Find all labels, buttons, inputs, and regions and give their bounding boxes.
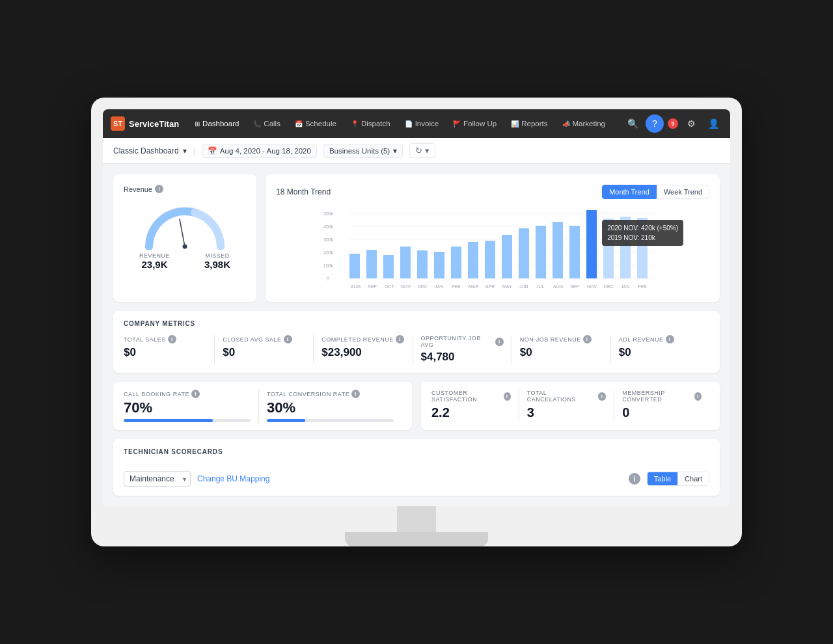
stand-base xyxy=(345,532,488,546)
calendar-icon: 📅 xyxy=(208,146,217,155)
invoice-icon: 📄 xyxy=(405,120,413,127)
total-cancellations: TOTAL CANCELATIONS i 3 xyxy=(519,390,615,422)
membership-label: MEMBERSHIP CONVERTED i xyxy=(622,390,702,403)
monitor-stand xyxy=(345,506,488,546)
view-chart-button[interactable]: Chart xyxy=(677,472,709,485)
metric-label-completed-revenue: COMPLETED REVENUE i xyxy=(321,335,404,343)
scorecards-title: TECHNICIAN SCORECARDS xyxy=(124,448,223,455)
x-label-aug2: AUG xyxy=(553,284,563,289)
y-label-500k: 500k xyxy=(323,211,334,216)
bar-oct xyxy=(383,255,394,278)
change-bu-link[interactable]: Change BU Mapping xyxy=(197,474,269,483)
calls-icon: 📞 xyxy=(253,120,261,127)
bar-dec xyxy=(417,250,428,278)
membership-info[interactable]: i xyxy=(694,392,702,401)
bar-nov xyxy=(400,247,411,278)
row-revenue-trend: Revenue i xyxy=(113,174,720,302)
dashboard-label: Classic Dashboard xyxy=(113,146,179,155)
maintenance-dropdown[interactable]: Maintenance xyxy=(124,471,191,487)
nav-label-followup: Follow Up xyxy=(463,120,497,127)
user-button[interactable]: 👤 xyxy=(704,114,722,133)
closed-avg-info[interactable]: i xyxy=(284,335,292,343)
total-conversion-bar-fill xyxy=(267,419,305,422)
call-booking-value: 70% xyxy=(124,399,251,416)
x-label-feb2: FEB xyxy=(638,284,647,289)
tab-week-trend[interactable]: Week Trend xyxy=(657,185,709,199)
metric-label-closed-avg: CLOSED AVG SALE i xyxy=(223,335,305,343)
settings-button[interactable]: ⚙ xyxy=(682,114,700,133)
customer-sat-label: CUSTOMER SATISFACTION i xyxy=(431,390,511,403)
x-label-sep2: SEP xyxy=(570,284,579,289)
bar-sep xyxy=(366,250,377,278)
total-conversion-info[interactable]: i xyxy=(351,390,360,398)
bar-sep2 xyxy=(569,226,580,278)
refresh-button[interactable]: ↻ ▾ xyxy=(409,143,435,158)
revenue-info-icon[interactable]: i xyxy=(155,185,163,193)
membership-converted: MEMBERSHIP CONVERTED i 0 xyxy=(614,390,709,422)
scorecards-info-icon[interactable]: i xyxy=(629,473,640,485)
x-label-may: MAY xyxy=(502,284,512,289)
trend-tabs: Month Trend Week Trend xyxy=(602,185,709,199)
completed-revenue-info[interactable]: i xyxy=(396,335,404,343)
notification-badge[interactable]: 9 xyxy=(668,118,678,129)
nav-item-calls[interactable]: 📞 Calls xyxy=(248,117,286,130)
nav-item-reports[interactable]: 📊 Reports xyxy=(506,117,553,130)
refresh-dropdown-arrow: ▾ xyxy=(425,146,430,155)
total-conversion-bar-bg xyxy=(267,419,394,422)
nav-item-schedule[interactable]: 📅 Schedule xyxy=(290,117,342,130)
view-table-button[interactable]: Table xyxy=(648,472,677,485)
nav-item-invoice[interactable]: 📄 Invoice xyxy=(400,117,444,130)
tab-month-trend[interactable]: Month Trend xyxy=(602,185,657,199)
separator: | xyxy=(193,146,195,155)
non-job-info[interactable]: i xyxy=(583,335,592,343)
bar-jul xyxy=(536,226,546,278)
bar-jun xyxy=(519,228,529,278)
dashboard-selector[interactable]: Classic Dashboard ▾ xyxy=(113,146,187,155)
opp-job-info[interactable]: i xyxy=(495,338,504,346)
cust-sat-info[interactable]: i xyxy=(504,392,511,401)
schedule-icon: 📅 xyxy=(295,120,303,127)
help-button[interactable]: ? xyxy=(646,114,664,133)
nav-item-followup[interactable]: 🚩 Follow Up xyxy=(448,117,502,130)
total-conversion-rate: TOTAL CONVERSION RATE i 30% xyxy=(259,390,402,422)
x-label-jan: JAN xyxy=(435,284,443,289)
y-label-300k: 300k xyxy=(323,237,334,242)
total-cancel-info[interactable]: i xyxy=(598,392,607,401)
gauge-labels: REVENUE 23,9K MISSED 3,98K xyxy=(139,252,230,270)
nav-label-reports: Reports xyxy=(521,120,547,127)
nav-item-dashboard[interactable]: ⊞ Dashboard xyxy=(189,117,244,130)
x-label-feb: FEB xyxy=(452,284,461,289)
svg-line-0 xyxy=(180,219,185,247)
bar-feb xyxy=(451,247,461,278)
rate-section: CALL BOOKING RATE i 70% TOTAL CONVERSION… xyxy=(113,382,412,430)
metric-label-non-job: NON-JOB REVENUE i xyxy=(520,335,603,343)
date-range-picker[interactable]: 📅 Aug 4, 2020 - Aug 18, 2020 xyxy=(202,144,317,158)
x-label-mar: MAR xyxy=(469,284,479,289)
y-label-0: 0 xyxy=(327,276,329,281)
tooltip-line2: 2019 NOV: 210k xyxy=(607,233,678,243)
search-button[interactable]: 🔍 xyxy=(623,114,642,133)
total-sales-info[interactable]: i xyxy=(168,335,176,343)
revenue-sublabel: REVENUE xyxy=(139,252,170,259)
nav-label-schedule: Schedule xyxy=(305,120,336,127)
followup-icon: 🚩 xyxy=(453,120,461,127)
x-label-jun: JUN xyxy=(519,284,528,289)
scorecards-header: TECHNICIAN SCORECARDS xyxy=(124,448,709,463)
nav-right: 🔍 ? 9 ⚙ 👤 xyxy=(623,114,722,133)
monitor: ST ServiceTitan ⊞ Dashboard 📞 Calls 📅 Sc… xyxy=(91,98,742,546)
bu-value: Business Units (5) xyxy=(329,147,390,155)
nav-item-marketing[interactable]: 📣 Marketing xyxy=(557,117,611,130)
nav-label-dispatch: Dispatch xyxy=(361,120,390,127)
bar-aug xyxy=(349,254,360,278)
dashboard-icon: ⊞ xyxy=(195,120,200,127)
adl-info[interactable]: i xyxy=(666,335,674,343)
x-label-dec2: DEC xyxy=(604,284,614,289)
call-booking-info[interactable]: i xyxy=(191,390,200,398)
nav-item-dispatch[interactable]: 📍 Dispatch xyxy=(346,117,396,130)
maintenance-select-wrapper: Maintenance xyxy=(124,471,191,487)
metric-opportunity-job: OPPORTUNITY JOB AVG i $4,780 xyxy=(413,335,512,364)
refresh-icon: ↻ xyxy=(415,146,422,155)
chart-area: 500k 400k 300k 200k 100k 0 xyxy=(276,207,709,291)
business-units-picker[interactable]: Business Units (5) ▾ xyxy=(323,144,403,158)
trend-title: 18 Month Trend xyxy=(276,187,331,196)
